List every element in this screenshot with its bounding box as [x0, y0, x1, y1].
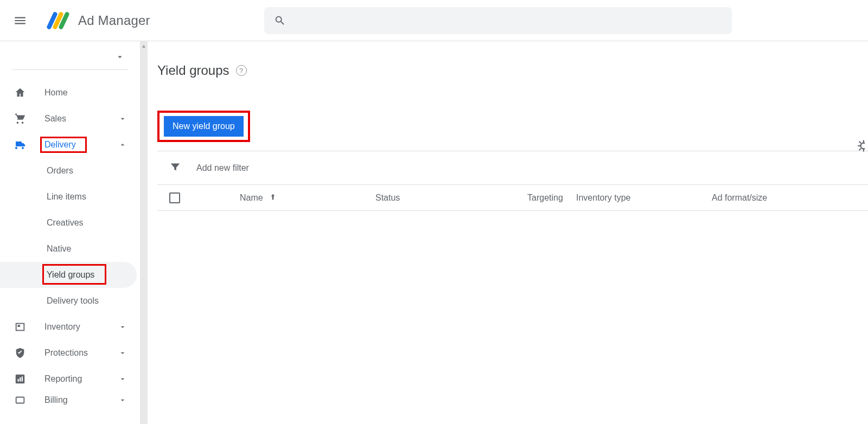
new-yield-group-button[interactable]: New yield group — [164, 116, 244, 137]
main-content: Yield groups ? New yield group Add new f… — [140, 41, 868, 424]
hamburger-icon — [13, 14, 27, 28]
billing-icon — [14, 394, 29, 406]
page-title: Yield groups — [157, 63, 229, 78]
app-title: Ad Manager — [78, 13, 150, 28]
chevron-down-icon — [117, 349, 128, 357]
svg-rect-7 — [20, 377, 21, 381]
menu-button[interactable] — [11, 11, 29, 30]
search-input[interactable] — [293, 16, 722, 25]
column-header-inventory-type[interactable]: Inventory type — [576, 193, 712, 203]
sidebar-item-billing[interactable]: Billing — [0, 392, 140, 408]
column-header-targeting[interactable]: Targeting — [527, 193, 576, 203]
svg-rect-6 — [17, 379, 18, 382]
sidebar-item-label: Home — [44, 88, 128, 98]
truck-icon — [14, 138, 29, 151]
collapse-sidebar-toggle[interactable] — [0, 52, 140, 62]
sidebar-item-label: Protections — [44, 348, 117, 358]
chevron-down-icon — [117, 375, 128, 383]
column-settings-button[interactable] — [850, 138, 866, 154]
sidebar-sub-orders[interactable]: Orders — [0, 158, 140, 184]
chevron-down-icon — [117, 396, 128, 404]
svg-rect-8 — [22, 376, 23, 381]
sidebar-item-protections[interactable]: Protections — [0, 340, 140, 366]
column-header-format[interactable]: Ad format/size — [712, 193, 820, 203]
home-icon — [14, 87, 29, 99]
column-header-name[interactable]: Name — [240, 192, 375, 203]
sidebar-item-sales[interactable]: Sales — [0, 106, 140, 132]
bar-chart-icon — [14, 373, 29, 385]
sidebar-sub-label: Native — [47, 244, 71, 254]
chevron-down-icon — [117, 114, 128, 123]
sidebar-sub-label: Orders — [47, 166, 73, 176]
chevron-down-icon — [115, 52, 125, 62]
sidebar-sub-delivery-tools[interactable]: Delivery tools — [0, 288, 140, 314]
search-icon — [274, 15, 286, 27]
sidebar-sub-label: Delivery tools — [47, 296, 99, 306]
add-filter-link[interactable]: Add new filter — [196, 163, 249, 173]
sidebar-item-home[interactable]: Home — [0, 80, 140, 106]
search-bar[interactable] — [264, 7, 732, 34]
svg-rect-4 — [17, 325, 20, 327]
logo-icon — [47, 9, 69, 32]
sort-ascending-icon — [269, 192, 277, 203]
sidebar-sub-creatives[interactable]: Creatives — [0, 210, 140, 236]
filter-icon[interactable] — [169, 161, 181, 175]
sidebar-item-label: Reporting — [44, 374, 117, 384]
gear-half-icon — [851, 139, 865, 153]
filter-bar: Add new filter — [157, 151, 868, 185]
sidebar-item-delivery[interactable]: Delivery — [0, 132, 140, 158]
table-header: Name Status Targeting Inventory type Ad … — [157, 185, 868, 211]
help-icon[interactable]: ? — [236, 65, 247, 76]
shield-icon — [14, 347, 29, 359]
sidebar-item-inventory[interactable]: Inventory — [0, 314, 140, 340]
column-header-status[interactable]: Status — [375, 193, 527, 203]
sidebar-item-label: Inventory — [44, 322, 117, 332]
sidebar-sub-line-items[interactable]: Line items — [0, 184, 140, 210]
sidebar-sub-native[interactable]: Native — [0, 236, 140, 262]
cart-icon — [14, 113, 29, 125]
inventory-icon — [14, 321, 29, 333]
product-logo[interactable]: Ad Manager — [47, 9, 150, 32]
sidebar-sub-label: Creatives — [47, 218, 84, 228]
chevron-down-icon — [117, 323, 128, 331]
sidebar-item-label: Billing — [44, 395, 117, 405]
svg-point-10 — [860, 143, 865, 149]
highlight-box: New yield group — [157, 111, 250, 142]
sidebar-item-label: Sales — [44, 114, 117, 124]
table: Add new filter Name Status Targeting Inv… — [157, 151, 868, 211]
sidebar-item-label: Delivery — [44, 140, 76, 149]
sidebar-sub-label: Line items — [47, 192, 86, 202]
select-all-checkbox[interactable] — [169, 192, 180, 203]
sidebar-sub-label: Yield groups — [47, 270, 94, 280]
top-bar: Ad Manager — [0, 0, 868, 41]
sidebar-sub-yield-groups[interactable]: Yield groups — [0, 262, 137, 288]
divider — [12, 69, 128, 70]
chevron-up-icon — [117, 140, 128, 149]
sidebar-item-reporting[interactable]: Reporting — [0, 366, 140, 392]
svg-rect-9 — [16, 397, 24, 403]
sidebar: ▲ Home Sales Deli — [0, 41, 140, 424]
